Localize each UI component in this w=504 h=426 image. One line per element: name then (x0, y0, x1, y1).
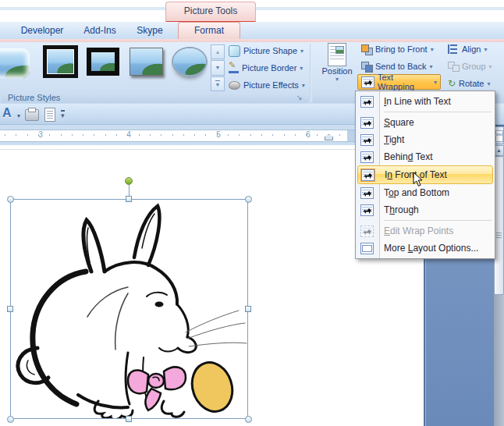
tab-format[interactable]: Format (178, 22, 240, 39)
border-color-bar (229, 71, 239, 73)
picture-border-label: Picture Border (242, 63, 296, 73)
scrollbar-thumb-grip (496, 233, 502, 238)
ruler-number-6: 6 (303, 130, 314, 140)
picture-effects-button[interactable]: Picture Effects ▾ (229, 77, 305, 93)
landscape-thumbnail (130, 48, 162, 75)
tab-developer[interactable]: Developer (12, 22, 72, 39)
document-icon[interactable] (44, 108, 55, 122)
align-label: Align (462, 44, 481, 54)
font-styles-dropdown-icon[interactable]: ▾ (17, 112, 20, 119)
group-icon (448, 62, 459, 71)
menu-item-label: Through (384, 204, 419, 215)
gallery-style-simple-white-frame[interactable] (130, 48, 163, 76)
ruler-number-3: 3 (35, 130, 46, 140)
menu-separator (384, 112, 492, 112)
align-button[interactable]: Align ▾ (448, 41, 487, 57)
picture-shape-icon (229, 45, 240, 57)
position-icon (328, 43, 346, 66)
gallery-more-button[interactable]: ▼ (211, 76, 225, 91)
ruler-ticks (5, 134, 345, 136)
chevron-down-icon: ▾ (429, 63, 432, 70)
text-wrapping-icon (361, 76, 374, 88)
resize-handle-top-middle[interactable] (126, 196, 132, 202)
chevron-down-icon: ▾ (431, 46, 434, 53)
gallery-style-oval[interactable] (172, 47, 208, 76)
more-layout-options-icon (360, 243, 374, 254)
dialog-launcher-icon[interactable]: ↘ (296, 94, 303, 101)
align-icon (448, 44, 459, 54)
picture-border-icon: ✎ (229, 63, 239, 73)
send-to-back-icon (361, 62, 372, 72)
wrap-tight-icon (360, 134, 374, 146)
bring-to-front-icon (361, 44, 372, 55)
menu-item-through[interactable]: Through (356, 201, 495, 218)
chevron-down-icon: ▾ (335, 76, 339, 83)
resize-handle-top-left[interactable] (7, 196, 14, 203)
picture-effects-icon (229, 81, 240, 90)
landscape-thumbnail (91, 52, 115, 71)
picture-shape-label: Picture Shape (243, 46, 297, 55)
menu-item-in-front-of-text[interactable]: In Front of Text (357, 165, 493, 184)
gallery-style-simple-black-frame[interactable] (87, 48, 119, 76)
ruler-number-5: 5 (213, 130, 224, 140)
menu-item-label: In Line with Text (384, 96, 451, 107)
rotate-button[interactable]: ↻ Rotate ▾ (448, 76, 491, 91)
menu-item-label: More Layout Options... (384, 243, 478, 254)
resize-handle-bottom-right[interactable] (245, 416, 252, 423)
rotate-label: Rotate (459, 79, 484, 88)
gallery-scroll-controls: ▲ ▼ ▼ (211, 44, 225, 91)
resize-handle-middle-left[interactable] (7, 306, 13, 312)
selected-picture[interactable] (10, 199, 248, 419)
menu-item-square[interactable]: Square (356, 114, 495, 131)
text-wrapping-menu: In Line with Text Square Tight Behind Te… (355, 91, 495, 259)
resize-handle-bottom-left[interactable] (7, 416, 14, 423)
menu-item-tight[interactable]: Tight (356, 131, 495, 148)
menu-item-in-line-with-text[interactable]: In Line with Text (356, 93, 495, 110)
menu-item-top-and-bottom[interactable]: Top and Bottom (356, 184, 495, 201)
edit-wrap-points-icon (360, 225, 374, 237)
resize-handle-middle-right[interactable] (245, 306, 251, 312)
position-thumbnail (335, 46, 344, 54)
bring-to-front-button[interactable]: Bring to Front ▾ (361, 41, 434, 57)
menu-item-label: Square (384, 117, 414, 128)
bring-to-front-label: Bring to Front (375, 44, 428, 54)
up-arrow-icon: ▲ (496, 147, 502, 153)
printer-icon[interactable] (25, 109, 39, 121)
wrap-through-icon (360, 204, 374, 216)
group-label: Group (462, 62, 486, 71)
font-styles-icon[interactable]: A (2, 106, 12, 120)
menu-item-label: Top and Bottom (384, 187, 449, 198)
bunny-clipart (11, 200, 247, 418)
position-label: Position (321, 66, 352, 76)
gallery-scroll-up-button[interactable]: ▲ (211, 44, 225, 59)
position-button[interactable]: Position ▾ (317, 43, 357, 91)
gallery-scroll-down-button[interactable]: ▼ (211, 60, 225, 75)
ruler-number-4: 4 (123, 130, 134, 140)
menu-item-label: Behind Text (384, 151, 433, 162)
gallery-style-metal-frame[interactable] (43, 45, 78, 78)
resize-handle-bottom-middle[interactable] (126, 416, 132, 422)
picture-border-button[interactable]: ✎ Picture Border ▾ (229, 60, 303, 76)
menu-item-behind-text[interactable]: Behind Text (356, 148, 495, 165)
resize-handle-top-right[interactable] (245, 196, 252, 203)
tab-add-ins[interactable]: Add-Ins (78, 22, 122, 39)
chevron-down-icon: ▾ (302, 82, 305, 89)
chevron-down-icon: ▾ (487, 80, 490, 87)
contextual-tab-header: Picture Tools (165, 2, 256, 23)
wrap-in-front-icon (361, 169, 374, 181)
rotation-handle[interactable] (125, 177, 133, 185)
gallery-style-soft-edge[interactable] (0, 48, 30, 78)
send-to-back-button[interactable]: Send to Back ▾ (361, 59, 432, 74)
tab-skype[interactable]: Skype (128, 22, 172, 39)
chevron-down-icon: ▾ (300, 65, 303, 72)
wrap-in-line-icon (360, 96, 374, 108)
menu-item-label: Tight (384, 134, 404, 145)
picture-styles-group-label-text: Picture Styles (8, 93, 60, 102)
toolbar-overflow-icon[interactable]: ▾ (61, 110, 65, 119)
picture-shape-button[interactable]: Picture Shape ▾ (229, 43, 303, 59)
menu-item-more-layout-options[interactable]: More Layout Options... (356, 240, 495, 257)
text-wrapping-button[interactable]: Text Wrapping ▾ (357, 74, 441, 90)
rotate-icon: ↻ (448, 79, 456, 88)
chevron-down-icon: ▾ (434, 79, 437, 86)
landscape-thumbnail (48, 50, 73, 73)
